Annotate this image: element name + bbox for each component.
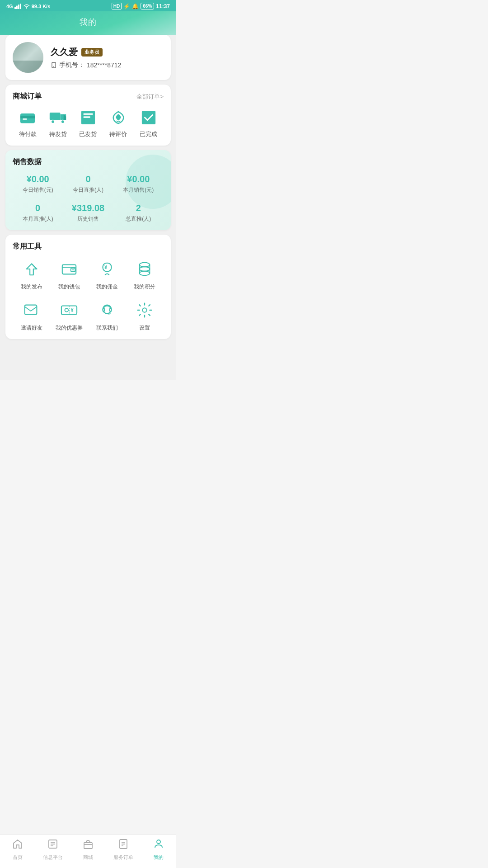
completed-icon: [139, 108, 159, 127]
signal-bars-icon: [14, 4, 22, 9]
orders-link[interactable]: 全部订单>: [136, 93, 164, 101]
tool-publish[interactable]: 我的发布: [13, 259, 51, 291]
svg-point-11: [52, 120, 55, 123]
tool-invite[interactable]: 邀请好友: [13, 300, 51, 332]
sales-label-2: 本月销售(元): [113, 186, 164, 194]
tool-label-0: 我的发布: [21, 283, 42, 291]
tool-support[interactable]: 联系我们: [88, 300, 126, 332]
sales-value-0: ¥0.00: [13, 174, 63, 184]
hd-badge: HD: [112, 3, 122, 9]
sales-label-5: 总直推(人): [113, 215, 164, 223]
tool-wallet[interactable]: 我的钱包: [51, 259, 89, 291]
status-right: HD ⚡ 🔔 66% 11:37: [112, 3, 170, 9]
svg-rect-1: [16, 5, 18, 9]
svg-point-32: [65, 308, 69, 312]
sales-value-5: 2: [113, 203, 164, 213]
sales-title: 销售数据: [13, 157, 42, 167]
svg-point-23: [140, 271, 150, 276]
svg-rect-3: [20, 4, 21, 9]
orders-card: 商城订单 全部订单> 待付款: [5, 85, 171, 146]
phone-number: 182****8712: [87, 61, 121, 69]
profile-name-row: 久久爱 业务员: [51, 46, 164, 58]
page-header: 我的: [0, 11, 176, 38]
sales-label-4: 历史销售: [63, 215, 113, 223]
avatar[interactable]: [13, 42, 43, 73]
tool-points[interactable]: 我的积分: [126, 259, 164, 291]
svg-rect-8: [20, 116, 35, 118]
commission-icon: ¥: [97, 259, 117, 279]
avatar-image: [13, 42, 43, 73]
shipped-icon: [78, 108, 98, 127]
role-badge: 业务员: [81, 48, 103, 57]
profile-card: 久久爱 业务员 手机号： 182****8712: [5, 35, 171, 80]
sales-header: 销售数据: [13, 157, 164, 167]
svg-rect-30: [25, 305, 37, 315]
tools-grid: 我的发布 我的钱包: [13, 259, 164, 332]
tool-settings[interactable]: 设置: [126, 300, 164, 332]
order-label-2: 已发货: [79, 130, 97, 138]
order-item-pending-review[interactable]: 待评价: [108, 108, 128, 138]
settings-icon: [134, 300, 155, 321]
order-label-1: 待发货: [49, 130, 67, 138]
pending-pay-icon: [18, 108, 38, 127]
tools-card: 常用工具 我的发布: [5, 235, 171, 339]
tool-label-5: 我的优惠券: [56, 324, 83, 332]
svg-marker-17: [26, 264, 37, 275]
svg-point-27: [140, 263, 150, 267]
tools-header: 常用工具: [13, 242, 164, 251]
support-icon: [97, 300, 117, 321]
order-label-4: 已完成: [140, 130, 157, 138]
profile-info: 久久爱 业务员 手机号： 182****8712: [51, 46, 164, 69]
phone-label: 手机号：: [59, 61, 84, 69]
pending-review-icon: [108, 108, 128, 127]
page-title: 我的: [80, 18, 97, 27]
wallet-icon: [59, 259, 80, 279]
svg-point-24: [140, 267, 150, 271]
svg-rect-15: [84, 116, 90, 118]
order-icons-row: 待付款 待发货: [13, 108, 164, 138]
profile-phone: 手机号： 182****8712: [51, 61, 164, 69]
status-left: 4G 99.3 K/s: [6, 4, 50, 9]
order-item-shipped[interactable]: 已发货: [78, 108, 98, 138]
phone-icon: [51, 62, 57, 68]
order-item-pending-pay[interactable]: 待付款: [18, 108, 38, 138]
sales-label-0: 今日销售(元): [13, 186, 63, 194]
sales-item-5: 2 总直推(人): [113, 203, 164, 223]
order-item-completed[interactable]: 已完成: [139, 108, 159, 138]
sales-grid: ¥0.00 今日销售(元) 0 今日直推(人) ¥0.00 本月销售(元) 0 …: [13, 174, 164, 223]
tool-label-1: 我的钱包: [58, 283, 80, 291]
signal-icon: 4G: [6, 4, 13, 9]
svg-point-12: [61, 120, 64, 123]
tool-label-2: 我的佣金: [96, 283, 118, 291]
tool-coupon[interactable]: ¥ 我的优惠券: [51, 300, 89, 332]
invite-icon: [21, 300, 42, 321]
svg-rect-2: [18, 5, 19, 9]
svg-rect-0: [14, 7, 16, 9]
tool-label-6: 联系我们: [96, 324, 118, 332]
order-label-0: 待付款: [19, 130, 37, 138]
svg-line-18: [32, 264, 37, 269]
sales-value-3: 0: [13, 203, 63, 213]
svg-rect-14: [84, 113, 93, 115]
svg-rect-16: [141, 111, 155, 124]
profile-name: 久久爱: [51, 46, 78, 58]
coupon-icon: ¥: [59, 300, 80, 321]
tool-label-3: 我的积分: [134, 283, 155, 291]
sales-value-4: ¥319.08: [63, 203, 113, 213]
svg-rect-19: [62, 265, 76, 274]
points-icon: [134, 259, 155, 279]
sales-value-2: ¥0.00: [113, 174, 164, 184]
sales-card: 销售数据 ¥0.00 今日销售(元) 0 今日直推(人) ¥0.00 本月销售(…: [5, 150, 171, 230]
bell-icon: 🔔: [132, 3, 139, 9]
sales-item-3: 0 本月直推(人): [13, 203, 63, 223]
sales-value-1: 0: [63, 174, 113, 184]
time-display: 11:37: [156, 3, 170, 9]
sales-label-1: 今日直推(人): [63, 186, 113, 194]
svg-point-21: [72, 269, 74, 270]
svg-text:¥: ¥: [71, 308, 74, 313]
sales-item-2: ¥0.00 本月销售(元): [113, 174, 164, 194]
tool-commission[interactable]: ¥ 我的佣金: [88, 259, 126, 291]
order-item-pending-ship[interactable]: 待发货: [48, 108, 68, 138]
main-content: 久久爱 业务员 手机号： 182****8712 商城订单 全部订单>: [0, 35, 176, 380]
pending-ship-icon: [48, 108, 68, 127]
